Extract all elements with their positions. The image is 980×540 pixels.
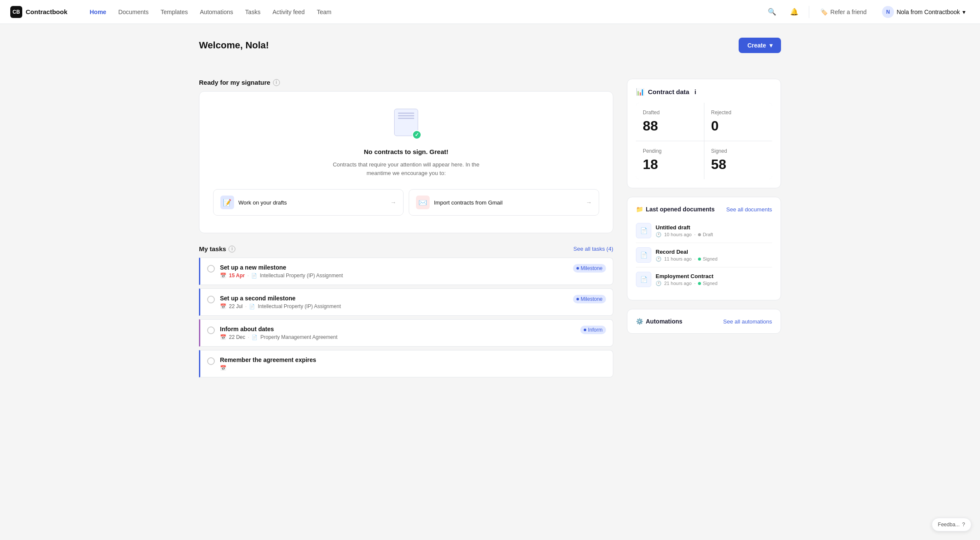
gmail-icon: ✉️ bbox=[416, 196, 430, 209]
stat-value: 18 bbox=[643, 157, 697, 172]
nav-link-documents[interactable]: Documents bbox=[113, 6, 154, 18]
tasks-info-icon[interactable]: i bbox=[229, 246, 235, 252]
contract-data-card: 📊 Contract data i Drafted 88 Rejected 0 … bbox=[627, 79, 781, 188]
main-content: Welcome, Nola! Create ▾ Ready for my sig… bbox=[182, 24, 798, 395]
doc-status-text: Signed bbox=[703, 256, 717, 261]
no-contracts-desc: Contracts that require your attention wi… bbox=[325, 160, 487, 177]
stat-cell: Drafted 88 bbox=[636, 103, 704, 141]
logo-text: Contractbook bbox=[26, 8, 68, 15]
ready-info-icon[interactable]: i bbox=[273, 79, 280, 86]
nav-links: HomeDocumentsTemplatesAutomationsTasksAc… bbox=[85, 6, 751, 18]
task-title: Remember the agreement expires bbox=[220, 356, 606, 363]
tag-icon: 🏷️ bbox=[820, 9, 828, 15]
stat-cell: Rejected 0 bbox=[704, 103, 772, 141]
import-gmail-card[interactable]: ✉️ Import contracts from Gmail → bbox=[409, 189, 599, 216]
stat-value: 88 bbox=[643, 118, 697, 134]
doc-meta: 🕐 11 hours ago · Signed bbox=[656, 256, 772, 262]
task-title: Inform about dates bbox=[220, 326, 575, 332]
user-menu-button[interactable]: N Nola from Contractbook ▾ bbox=[878, 3, 970, 21]
doc-list-item[interactable]: 📄 Untitled draft 🕐 10 hours ago · Draft bbox=[636, 219, 772, 243]
clock-icon: 🕐 bbox=[656, 256, 662, 262]
doc-status-text: Signed bbox=[703, 281, 717, 286]
last-docs-header: 📁 Last opened documents See all document… bbox=[636, 206, 772, 213]
refer-friend-button[interactable]: 🏷️ Refer a friend bbox=[816, 6, 871, 18]
task-checkbox[interactable] bbox=[207, 265, 215, 273]
nav-right: 🔍 🔔 🏷️ Refer a friend N Nola from Contra… bbox=[764, 3, 970, 21]
logo[interactable]: CB Contractbook bbox=[10, 6, 68, 18]
task-meta: 📅 22 Jul ·📄Intellectual Property (IP) As… bbox=[220, 303, 568, 309]
drafts-label: Work on your drafts bbox=[238, 199, 287, 206]
doc-name: Employment Contract bbox=[656, 273, 772, 279]
nav-link-home[interactable]: Home bbox=[85, 6, 112, 18]
task-badge: Inform bbox=[580, 326, 606, 334]
contract-data-info-icon[interactable]: i bbox=[695, 88, 696, 95]
nav-link-tasks[interactable]: Tasks bbox=[240, 6, 266, 18]
doc-list-item[interactable]: 📄 Employment Contract 🕐 21 hours ago · S… bbox=[636, 267, 772, 291]
welcome-row: Welcome, Nola! Create ▾ bbox=[199, 38, 781, 53]
task-checkbox[interactable] bbox=[207, 296, 215, 303]
navbar: CB Contractbook HomeDocumentsTemplatesAu… bbox=[0, 0, 980, 24]
doc-time: 11 hours ago bbox=[664, 256, 692, 261]
nav-link-team[interactable]: Team bbox=[312, 6, 336, 18]
drafts-icon: 📝 bbox=[220, 196, 234, 209]
calendar-icon: 📅 bbox=[220, 365, 226, 371]
gmail-label: Import contracts from Gmail bbox=[434, 199, 502, 206]
doc-time: 21 hours ago bbox=[664, 281, 692, 286]
see-all-automations-link[interactable]: See all automations bbox=[723, 318, 772, 325]
task-checkbox[interactable] bbox=[207, 357, 215, 365]
left-column: Ready for my signature i ✓ No contracts … bbox=[199, 79, 613, 381]
doc-thumbnail: 📄 bbox=[636, 247, 651, 263]
task-title: Set up a new milestone bbox=[220, 264, 568, 271]
doc-status: Draft bbox=[698, 232, 713, 237]
check-badge: ✓ bbox=[412, 130, 422, 139]
work-on-drafts-card[interactable]: 📝 Work on your drafts → bbox=[213, 189, 404, 216]
doc-meta: 🕐 10 hours ago · Draft bbox=[656, 232, 772, 237]
nav-link-templates[interactable]: Templates bbox=[155, 6, 193, 18]
doc-status: Signed bbox=[698, 256, 717, 261]
see-all-tasks-link[interactable]: See all tasks (4) bbox=[573, 246, 613, 252]
automations-card: ⚙️ Automations See all automations bbox=[627, 309, 781, 334]
last-docs-card: 📁 Last opened documents See all document… bbox=[627, 197, 781, 300]
task-item: Remember the agreement expires 📅 bbox=[199, 350, 613, 377]
tasks-section-title: My tasks i bbox=[199, 245, 235, 252]
notifications-button[interactable]: 🔔 bbox=[787, 4, 802, 20]
logo-icon: CB bbox=[10, 6, 22, 18]
automations-header: ⚙️ Automations See all automations bbox=[636, 318, 772, 325]
search-button[interactable]: 🔍 bbox=[764, 4, 780, 20]
stat-label: Rejected bbox=[711, 110, 766, 116]
doc-status-text: Draft bbox=[703, 232, 713, 237]
doc-meta: 🕐 21 hours ago · Signed bbox=[656, 281, 772, 286]
see-all-docs-link[interactable]: See all documents bbox=[726, 206, 772, 213]
contract-data-header: 📊 Contract data i bbox=[636, 88, 772, 96]
create-button[interactable]: Create ▾ bbox=[739, 38, 781, 53]
task-item: Set up a second milestone 📅 22 Jul ·📄Int… bbox=[199, 288, 613, 316]
task-checkbox[interactable] bbox=[207, 326, 215, 334]
task-date: 22 Dec bbox=[229, 334, 245, 340]
stat-label: Signed bbox=[711, 148, 766, 154]
task-badge: Milestone bbox=[573, 295, 606, 303]
docs-list: 📄 Untitled draft 🕐 10 hours ago · Draft … bbox=[636, 219, 772, 291]
gear-icon: ⚙️ bbox=[636, 318, 643, 325]
action-cards: 📝 Work on your drafts → ✉️ Import contra… bbox=[213, 189, 599, 216]
nav-link-automations[interactable]: Automations bbox=[195, 6, 238, 18]
clock-icon: 🕐 bbox=[656, 232, 662, 237]
doc-thumbnail: 📄 bbox=[636, 272, 651, 287]
status-dot bbox=[698, 258, 701, 261]
task-date: 15 Apr bbox=[229, 273, 245, 279]
chevron-down-icon: ▾ bbox=[769, 42, 772, 49]
stat-value: 0 bbox=[711, 118, 766, 134]
stat-label: Drafted bbox=[643, 110, 697, 116]
task-meta: 📅 22 Dec ·📄Property Management Agreement bbox=[220, 334, 575, 340]
clock-icon: 🕐 bbox=[656, 281, 662, 286]
task-meta: 📅 15 Apr ·📄Intellectual Property (IP) As… bbox=[220, 273, 568, 279]
signature-card: ✓ No contracts to sign. Great! Contracts… bbox=[199, 91, 613, 233]
calendar-icon: 📅 bbox=[220, 334, 226, 340]
nav-link-activity-feed[interactable]: Activity feed bbox=[267, 6, 310, 18]
automations-title: ⚙️ Automations bbox=[636, 318, 683, 325]
create-label: Create bbox=[747, 42, 766, 49]
tasks-section-header: My tasks i See all tasks (4) bbox=[199, 245, 613, 252]
task-item: Inform about dates 📅 22 Dec ·📄Property M… bbox=[199, 319, 613, 347]
user-name: Nola from Contractbook bbox=[897, 9, 960, 15]
signature-illustration: ✓ bbox=[391, 109, 422, 139]
doc-list-item[interactable]: 📄 Record Deal 🕐 11 hours ago · Signed bbox=[636, 243, 772, 267]
